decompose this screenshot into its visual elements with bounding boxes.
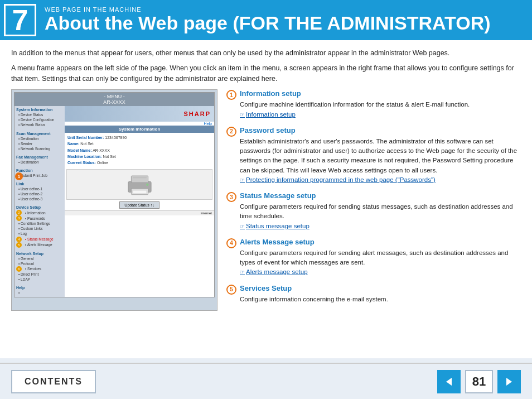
item-5-body: Configure information concerning the e-m…	[240, 295, 521, 304]
intro-paragraph-2: A menu frame appears on the left side of…	[11, 63, 521, 84]
circle-5: 5	[16, 242, 22, 248]
sharp-logo: SHARP	[183, 110, 211, 117]
item-3-description: Configure parameters required for sendin…	[240, 202, 521, 222]
sidebar-section-function: Function	[16, 169, 63, 172]
sidebar-item[interactable]: • Direct Print	[16, 272, 63, 277]
intro-paragraph-1: In addition to the menus that appear for…	[11, 48, 521, 59]
item-4-title: Alerts Message setup	[240, 238, 315, 246]
sidebar-item[interactable]: • Log	[16, 231, 63, 236]
printer-icon	[124, 172, 155, 197]
header-title: About the Web page (FOR THE ADMINISTRATO…	[45, 13, 491, 33]
item-1-description: Configure machine identification informa…	[240, 100, 521, 109]
chapter-number: 7	[4, 4, 36, 36]
help-link[interactable]: Help	[65, 122, 214, 126]
sidebar-item[interactable]: • Passwords	[23, 216, 45, 221]
svg-point-4	[146, 184, 148, 186]
item-3-header: 3 Status Message setup	[226, 191, 521, 202]
item-2-description: Establish administrator's and user's pas…	[240, 137, 521, 175]
browser-sidebar: System Information • Device Status • Dev…	[14, 106, 65, 297]
serial-label: Unit Serial Number:	[67, 136, 104, 140]
location-label: Machine Location:	[67, 155, 101, 158]
page-header: 7 WEB PAGE IN THE MACHINE About the Web …	[0, 0, 532, 40]
sidebar-item[interactable]: • General	[16, 256, 63, 261]
sidebar-item[interactable]: • Condition Settings	[16, 221, 63, 226]
sidebar-item[interactable]: • User define-1	[16, 186, 63, 191]
sidebar-section-network: Network Setup	[16, 252, 63, 256]
sidebar-item[interactable]: • LDAP	[16, 277, 63, 282]
sidebar-item[interactable]: • Services	[23, 266, 41, 271]
item-block-2: 2 Password setup Establish administrator…	[226, 126, 521, 185]
item-5-description: Configure information concerning the e-m…	[240, 295, 521, 304]
sidebar-item[interactable]: • User define-2	[16, 191, 63, 196]
prev-arrow-icon	[444, 377, 454, 387]
browser-panel: - MENU - AR-XXXX System Information • De…	[11, 89, 217, 311]
item-3-link[interactable]: Status message setup	[240, 222, 521, 231]
circle-6: 6	[16, 266, 22, 272]
status-right: Internet	[201, 211, 212, 215]
sidebar-item[interactable]: • Submit Print Job	[16, 173, 63, 178]
prev-page-button[interactable]	[437, 370, 461, 393]
item-1-body: Configure machine identification informa…	[240, 100, 521, 119]
content-area: - MENU - AR-XXXX System Information • De…	[11, 89, 521, 311]
item-block-5: 5 Services Setup Configure information c…	[226, 284, 521, 304]
next-arrow-icon	[504, 377, 514, 387]
next-page-button[interactable]	[497, 370, 521, 393]
item-5-circle: 5	[226, 285, 236, 295]
update-status-button[interactable]: Update Status ↑↓	[119, 201, 159, 209]
location-value: Not Set	[103, 155, 115, 158]
sidebar-item[interactable]: • Network Status	[16, 122, 63, 127]
item-2-header: 2 Password setup	[226, 126, 521, 137]
item-4-link[interactable]: Alerts message setup	[240, 267, 521, 277]
sidebar-section-device: Device Setup	[16, 205, 63, 209]
item-4-description: Configure parameters required for sendin…	[240, 248, 521, 268]
sidebar-section-system: System Information	[16, 108, 63, 112]
item-3-title: Status Message setup	[240, 191, 316, 200]
sidebar-item[interactable]: • Sender	[16, 141, 63, 146]
browser-menu-title: - MENU - AR-XXXX	[14, 93, 214, 106]
browser-inner: - MENU - AR-XXXX System Information • De…	[14, 92, 215, 297]
svg-rect-1	[131, 176, 148, 182]
sidebar-item[interactable]: • Protocol	[16, 261, 63, 266]
sidebar-item[interactable]: • Network Scanning	[16, 146, 63, 151]
page-number: 81	[465, 370, 493, 393]
sidebar-item[interactable]: • Information	[23, 210, 46, 215]
item-5-header: 5 Services Setup	[226, 284, 521, 295]
item-3-circle: 3	[226, 192, 236, 202]
model-value: AR-XXXX	[93, 148, 110, 152]
model-label: Model Name:	[67, 148, 92, 152]
right-panel: 1 Information setup Configure machine id…	[226, 89, 521, 311]
status-label: Current Status:	[67, 161, 96, 165]
item-3-body: Configure parameters required for sendin…	[240, 202, 521, 231]
sidebar-section-scan: Scan Management	[16, 132, 63, 136]
sidebar-section-link: Link	[16, 182, 63, 186]
printer-image-area	[66, 169, 212, 200]
status-value: Online	[97, 161, 108, 165]
sidebar-item[interactable]: • Device Configuration	[16, 117, 63, 122]
page-footer: CONTENTS 81	[0, 363, 532, 399]
sidebar-item[interactable]: • Custom Links	[16, 226, 63, 231]
item-2-link[interactable]: Protecting information programmed in the…	[240, 175, 521, 185]
item-2-circle: 2	[226, 127, 236, 137]
item-1-header: 1 Information setup	[226, 89, 521, 100]
sidebar-item[interactable]: • User define-3	[16, 196, 63, 201]
browser-body: System Information • Device Status • Dev…	[14, 106, 214, 297]
contents-label[interactable]: CONTENTS	[11, 370, 96, 393]
sidebar-item-status[interactable]: • Status Message	[23, 237, 54, 242]
sidebar-section-fax: Fax Management	[16, 155, 63, 159]
svg-marker-6	[446, 378, 452, 386]
item-1-link[interactable]: Information setup	[240, 110, 521, 119]
sidebar-section-help: Help	[16, 286, 63, 290]
sidebar-item[interactable]: •	[16, 290, 63, 295]
browser-main-area: SHARP Help System Information Unit Seria…	[65, 106, 214, 297]
browser-top-image: SHARP	[65, 106, 214, 122]
item-block-3: 3 Status Message setup Configure paramet…	[226, 191, 521, 231]
sidebar-item[interactable]: • Alerts Message	[23, 242, 52, 247]
item-1-title: Information setup	[240, 89, 301, 98]
sidebar-item[interactable]: • Destination	[16, 160, 63, 165]
browser-status-bar: Internet	[65, 210, 214, 215]
svg-rect-3	[133, 190, 147, 194]
item-2-body: Establish administrator's and user's pas…	[240, 137, 521, 185]
sidebar-item[interactable]: • Device Status	[16, 112, 63, 117]
item-4-circle: 4	[226, 238, 236, 248]
sidebar-item[interactable]: • Destination	[16, 136, 63, 141]
